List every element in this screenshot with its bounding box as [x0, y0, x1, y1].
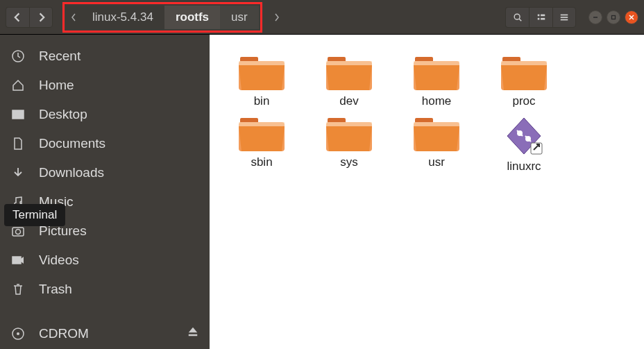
forward-button[interactable] — [29, 7, 53, 28]
svg-rect-6 — [561, 14, 568, 15]
minimize-button[interactable] — [588, 10, 602, 24]
file-item[interactable]: linuxrc — [486, 117, 562, 173]
breadcrumb-segment-prev[interactable]: linux-5.4.34 — [81, 6, 164, 29]
svg-rect-4 — [541, 14, 545, 16]
svg-point-16 — [16, 230, 21, 235]
home-icon — [10, 78, 26, 92]
folder-item[interactable]: home — [398, 56, 475, 108]
svg-rect-14 — [12, 110, 24, 119]
folder-icon — [414, 117, 459, 151]
folder-icon — [501, 56, 547, 90]
sidebar-item-documents[interactable]: Documents — [0, 129, 210, 158]
sidebar-item-label: Documents — [39, 136, 105, 151]
close-button[interactable] — [625, 10, 638, 24]
svg-rect-2 — [537, 14, 539, 16]
folder-item[interactable]: usr — [398, 117, 475, 173]
item-label: sys — [340, 155, 358, 169]
folder-icon — [239, 117, 285, 151]
svg-rect-8 — [561, 19, 568, 20]
disc-icon — [10, 327, 26, 341]
breadcrumb-forward-icon[interactable] — [268, 13, 286, 22]
sidebar: Recent Home Desktop Documents Downloads … — [0, 35, 210, 349]
body-area: Recent Home Desktop Documents Downloads … — [0, 35, 644, 349]
svg-point-19 — [17, 332, 19, 335]
sidebar-item-cdrom[interactable]: CDROM — [0, 318, 210, 349]
menu-button[interactable] — [552, 7, 576, 28]
camera-icon — [10, 224, 26, 238]
sidebar-item-label: Recent — [39, 49, 80, 64]
svg-rect-17 — [12, 257, 21, 264]
sidebar-item-label: Trash — [39, 282, 72, 297]
folder-icon — [239, 56, 285, 90]
folder-item[interactable]: sbin — [223, 117, 300, 173]
item-label: linuxrc — [507, 160, 541, 173]
sidebar-item-label: Desktop — [39, 107, 87, 122]
item-label: home — [422, 94, 452, 108]
item-label: dev — [339, 94, 358, 108]
item-label: sbin — [251, 155, 272, 169]
document-icon — [10, 137, 26, 151]
breadcrumb: linux-5.4.34 rootfs usr — [62, 2, 262, 33]
breadcrumb-segment-active[interactable]: rootfs — [164, 6, 220, 29]
desktop-icon — [10, 108, 26, 121]
sidebar-item-videos[interactable]: Videos — [0, 246, 210, 275]
content-area[interactable]: bindevhomeprocsbinsysusrlinuxrc — [210, 35, 644, 349]
folder-icon — [326, 117, 372, 151]
folder-item[interactable]: proc — [486, 56, 562, 108]
eject-icon[interactable] — [186, 325, 200, 342]
svg-rect-20 — [189, 334, 198, 337]
sidebar-item-trash[interactable]: Trash — [0, 275, 210, 304]
sidebar-item-label: CDROM — [39, 326, 89, 341]
sidebar-item-label: Downloads — [39, 165, 104, 180]
search-button[interactable] — [505, 7, 529, 28]
svg-rect-7 — [561, 17, 568, 18]
video-icon — [10, 253, 26, 267]
toolbar-right-group — [505, 7, 576, 28]
svg-rect-3 — [537, 17, 539, 19]
sidebar-item-desktop[interactable]: Desktop — [0, 100, 210, 129]
breadcrumb-segment-next[interactable]: usr — [220, 6, 259, 29]
svg-rect-5 — [541, 17, 545, 19]
item-label: bin — [254, 94, 270, 108]
sidebar-item-downloads[interactable]: Downloads — [0, 158, 210, 187]
clock-icon — [10, 49, 26, 63]
svg-rect-10 — [612, 15, 616, 19]
svg-line-1 — [519, 19, 521, 21]
maximize-button[interactable] — [607, 10, 620, 24]
toolbar: linux-5.4.34 rootfs usr — [0, 0, 644, 35]
svg-point-0 — [514, 14, 520, 19]
nav-group — [6, 7, 53, 28]
window-controls — [588, 10, 638, 24]
folder-icon — [414, 56, 459, 90]
trash-icon — [10, 282, 26, 296]
folder-item[interactable]: bin — [223, 56, 300, 108]
folder-icon — [326, 56, 372, 90]
sidebar-item-label: Home — [39, 78, 74, 93]
breadcrumb-back-icon[interactable] — [66, 6, 81, 29]
sidebar-item-home[interactable]: Home — [0, 71, 210, 100]
view-mode-button[interactable] — [529, 7, 552, 28]
sidebar-item-label: Videos — [39, 253, 79, 268]
folder-item[interactable]: sys — [311, 117, 387, 173]
sidebar-item-recent[interactable]: Recent — [0, 42, 210, 71]
item-label: usr — [428, 155, 445, 169]
item-label: proc — [512, 94, 535, 108]
folder-item[interactable]: dev — [311, 56, 387, 108]
back-button[interactable] — [6, 7, 29, 28]
tooltip: Terminal — [4, 204, 65, 226]
link-file-icon — [505, 117, 543, 155]
download-icon — [10, 166, 26, 180]
